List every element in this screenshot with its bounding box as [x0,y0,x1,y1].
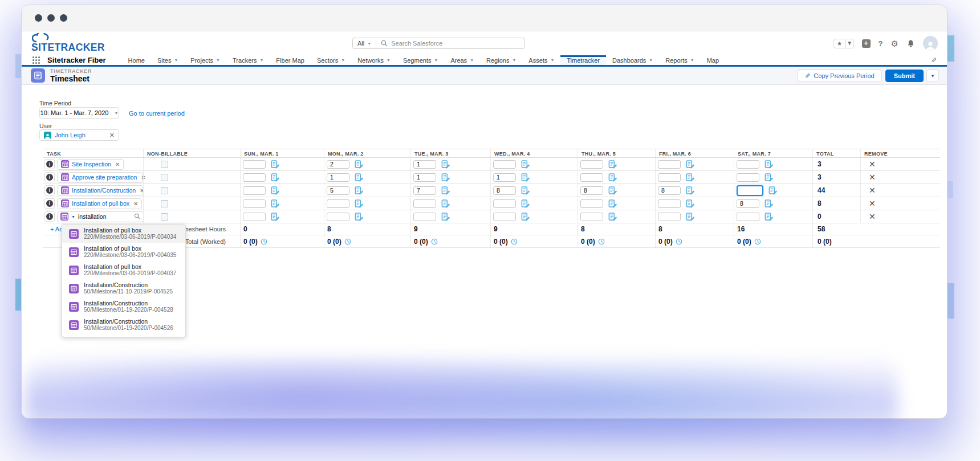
tab-dashboards[interactable]: Dashboards▼ [606,55,659,65]
bell-icon[interactable] [906,39,915,48]
clock-icon[interactable] [431,238,438,245]
non-billable-checkbox[interactable] [161,161,168,168]
tab-home[interactable]: Home [122,55,151,65]
clock-icon[interactable] [676,238,682,245]
notes-icon[interactable] [521,199,530,208]
hours-input[interactable] [658,173,681,182]
chevron-down-icon[interactable]: ▼ [845,39,853,48]
notes-icon[interactable] [355,160,363,169]
notes-icon[interactable] [271,173,279,182]
notes-icon[interactable] [608,173,617,182]
submit-button[interactable]: Submit [885,70,924,82]
hours-input[interactable] [243,186,266,195]
task-pill[interactable]: Installation/Construction✕ [57,185,143,196]
task-pill[interactable]: Installation of pull box✕ [57,198,142,209]
hours-input[interactable] [737,199,759,208]
notes-icon[interactable] [271,199,279,208]
tab-sites[interactable]: Sites▼ [151,55,184,65]
dropdown-item[interactable]: Installation of pull box220/Milestone/03… [62,243,185,261]
remove-row-button[interactable]: ✕ [869,186,876,194]
notes-icon[interactable] [441,186,450,195]
hours-input[interactable] [413,160,436,169]
hours-input[interactable] [327,213,349,221]
hours-input[interactable] [413,213,436,221]
task-info-button[interactable]: i [44,198,55,209]
notes-icon[interactable] [441,199,450,208]
notes-icon[interactable] [686,213,694,221]
task-pill[interactable]: Site Inspection✕ [57,159,124,170]
dropdown-item[interactable]: Installation/Construction50/Milestone/01… [62,316,185,334]
tab-areas[interactable]: Areas▼ [444,55,480,65]
notes-icon[interactable] [521,160,530,169]
notes-icon[interactable] [608,199,617,208]
hours-input[interactable] [658,199,681,208]
hours-input[interactable] [243,199,266,208]
hours-input[interactable] [413,186,436,195]
notes-icon[interactable] [521,186,530,195]
notes-icon[interactable] [441,173,450,182]
notes-icon[interactable] [686,186,694,195]
tab-trackers[interactable]: Trackers▼ [226,55,270,65]
notes-icon[interactable] [686,199,694,208]
hours-input[interactable] [327,160,349,169]
hours-input[interactable] [493,173,516,182]
chevron-down-icon[interactable]: ▼ [71,215,75,219]
tab-timetracker[interactable]: Timetracker [560,55,606,65]
task-info-button[interactable]: i [44,159,55,169]
task-info-button[interactable]: i [44,172,55,182]
hours-input[interactable] [580,186,603,195]
tab-networks[interactable]: Networks▼ [351,55,397,65]
go-to-current-period-link[interactable]: Go to current period [129,110,185,117]
task-info-button[interactable]: i [44,185,55,195]
hours-input[interactable] [658,160,681,169]
notes-icon[interactable] [355,186,363,195]
clock-icon[interactable] [754,238,761,245]
task-search-input[interactable] [78,213,131,220]
help-icon[interactable]: ? [879,39,883,48]
quick-create-icon[interactable]: + [862,39,871,48]
clock-icon[interactable] [344,238,351,245]
tab-map[interactable]: Map [701,55,725,65]
hours-input[interactable] [493,160,516,169]
clock-icon[interactable] [511,238,518,245]
favorites-button[interactable]: ★ ▼ [833,39,854,48]
hours-input[interactable] [737,160,759,169]
clock-icon[interactable] [261,238,267,245]
submit-menu-button[interactable]: ▼ [926,70,939,82]
notes-icon[interactable] [608,186,617,195]
tab-reports[interactable]: Reports▼ [659,55,700,65]
hours-input[interactable] [493,199,516,208]
notes-icon[interactable] [271,186,279,195]
window-control-dot[interactable] [35,14,42,22]
hours-input[interactable] [580,213,603,221]
notes-icon[interactable] [441,160,450,169]
hours-input[interactable] [658,213,681,221]
hours-input[interactable] [243,213,266,221]
gear-icon[interactable]: ⚙ [891,39,898,48]
notes-icon[interactable] [765,160,773,169]
notes-icon[interactable] [271,213,279,221]
notes-icon[interactable] [521,213,530,221]
notes-icon[interactable] [608,213,617,221]
hours-input[interactable] [737,213,759,221]
hours-input[interactable] [658,186,681,195]
user-pill[interactable]: John Leigh ✕ [39,129,119,141]
dropdown-item[interactable]: Installation/Construction50/Milestone/11… [62,334,185,337]
edit-nav-pencil-icon[interactable]: ✎ [931,56,937,64]
hours-input[interactable] [493,186,516,195]
notes-icon[interactable] [765,173,773,182]
hours-input[interactable] [413,199,436,208]
hours-input[interactable] [580,173,603,182]
notes-icon[interactable] [686,173,694,182]
user-avatar[interactable] [923,36,938,51]
notes-icon[interactable] [271,160,279,169]
notes-icon[interactable] [686,160,694,169]
hours-input[interactable] [737,173,759,182]
notes-icon[interactable] [355,199,363,208]
task-info-button[interactable]: i [44,211,55,222]
hours-input[interactable] [580,199,603,208]
remove-row-button[interactable]: ✕ [869,173,876,181]
non-billable-checkbox[interactable] [161,174,168,181]
hours-input[interactable] [327,173,349,182]
tab-regions[interactable]: Regions▼ [480,55,522,65]
